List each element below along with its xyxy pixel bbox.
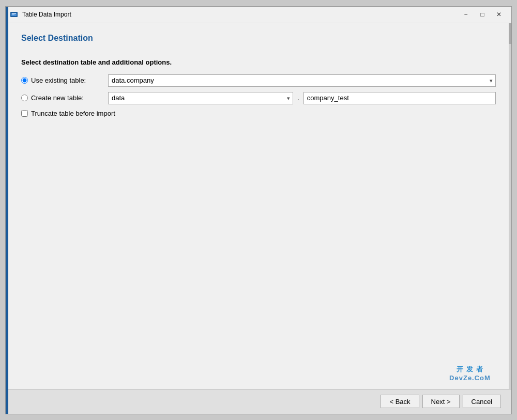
existing-table-select-wrapper[interactable]: data.company <box>108 74 496 87</box>
use-existing-radio-label[interactable]: Use existing table: <box>21 76 104 84</box>
dot-separator: . <box>297 94 299 102</box>
left-accent-bar <box>6 7 8 414</box>
svg-rect-3 <box>12 14 14 15</box>
svg-rect-2 <box>12 13 16 14</box>
app-icon <box>10 10 18 19</box>
minimize-button[interactable]: − <box>458 7 474 22</box>
existing-table-select[interactable]: data.company <box>108 74 496 87</box>
create-new-label: Create new table: <box>31 94 84 102</box>
create-new-radio[interactable] <box>21 95 28 101</box>
use-existing-radio[interactable] <box>21 77 28 84</box>
scrollbar-thumb[interactable] <box>509 23 511 44</box>
title-bar: Table Data Import − □ ✕ <box>6 7 511 23</box>
form-section: Use existing table: data.company Create … <box>21 74 496 117</box>
schema-select[interactable]: data <box>108 92 293 104</box>
schema-select-wrapper[interactable]: data <box>108 92 293 104</box>
window-title: Table Data Import <box>22 11 458 18</box>
table-name-input[interactable] <box>303 92 496 104</box>
truncate-row: Truncate table before import <box>21 110 496 117</box>
scrollbar[interactable] <box>509 23 511 389</box>
truncate-checkbox[interactable] <box>21 110 28 117</box>
use-existing-label: Use existing table: <box>31 76 86 84</box>
next-button[interactable]: Next > <box>422 395 460 408</box>
create-new-radio-label[interactable]: Create new table: <box>21 94 104 102</box>
back-button[interactable]: < Back <box>381 395 419 408</box>
truncate-label: Truncate table before import <box>31 110 115 117</box>
create-new-row: Create new table: data . <box>21 92 496 104</box>
close-button[interactable]: ✕ <box>491 7 507 22</box>
maximize-button[interactable]: □ <box>474 7 491 22</box>
use-existing-row: Use existing table: data.company <box>21 74 496 87</box>
section-description: Select destination table and additional … <box>21 58 496 66</box>
page-title: Select Destination <box>21 34 496 43</box>
window-controls: − □ ✕ <box>458 7 507 22</box>
main-content: Select Destination Select destination ta… <box>6 23 511 389</box>
footer: < Back Next > Cancel <box>6 389 511 414</box>
main-window: Table Data Import − □ ✕ Select Destinati… <box>5 6 512 414</box>
cancel-button[interactable]: Cancel <box>463 395 501 408</box>
truncate-checkbox-label[interactable]: Truncate table before import <box>21 110 115 117</box>
